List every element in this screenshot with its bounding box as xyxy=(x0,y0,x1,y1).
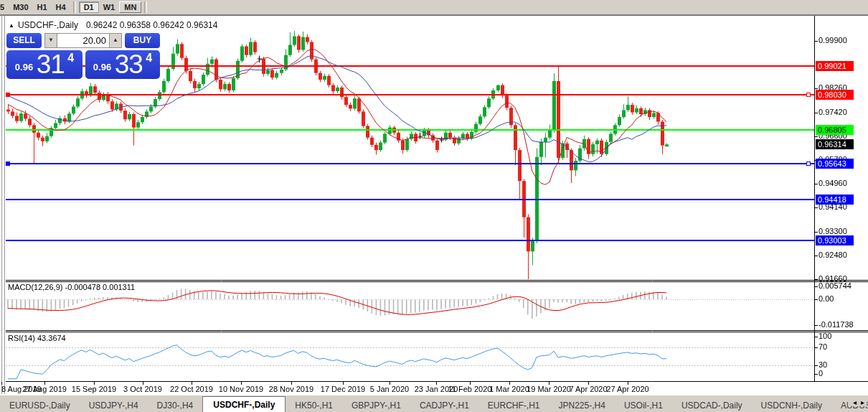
price-axis-tick-label: 0.99900 xyxy=(819,36,847,45)
chart-tab-usdjpy-h4[interactable]: USDJPY-,H4 xyxy=(80,398,148,412)
chart-tab-eurusd-daily[interactable]: EURUSD-,Daily xyxy=(0,398,80,412)
rsi-value: 43.3674 xyxy=(37,334,66,342)
price-axis-tick-label: 0.92480 xyxy=(819,251,847,259)
chart-tab-gbpjpy-h1[interactable]: GBPJPY-,H1 xyxy=(342,398,410,412)
buy-button[interactable]: BUY xyxy=(125,33,160,48)
hline-price-label: 0.95643 xyxy=(816,159,854,169)
volume-increase-button[interactable]: ▲ xyxy=(109,33,122,48)
buy-pips: 33 xyxy=(115,50,143,79)
macd-indicator-label: MACD(12,26,9) -0.000478 0.001311 xyxy=(8,283,135,291)
hline-price-label: 0.93003 xyxy=(816,235,854,245)
rsi-axis-label: 70 xyxy=(819,342,827,351)
macd-axis-label: -0.011738 xyxy=(819,320,854,329)
buy-big-figure: 0.96 xyxy=(93,62,111,72)
price-axis-tick-label: 0.94960 xyxy=(819,179,847,187)
volume-decrease-button[interactable]: ▼ xyxy=(44,33,57,48)
date-axis-label: 27 Apr 2020 xyxy=(606,385,648,393)
chart-tab-usdcnh-daily[interactable]: USDCNH-,Daily xyxy=(752,398,831,412)
chart-tab-hk50-h1[interactable]: HK50-,H1 xyxy=(286,398,342,412)
macd-axis-label: 0.005744 xyxy=(819,281,852,290)
chart-tab-usdchf-daily[interactable]: USDCHF-,Daily xyxy=(202,396,286,412)
buy-price-box[interactable]: 0.96 33 4 xyxy=(85,50,160,79)
sell-button[interactable]: SELL xyxy=(6,33,42,48)
date-axis-label: 11 Feb 2020 xyxy=(448,385,492,393)
date-axis-label: 27 Aug 2019 xyxy=(22,385,67,393)
current-price-label: 0.96314 xyxy=(816,139,854,149)
chart-title: ▲USDCHF-,Daily0.96242 0.96358 0.96242 0.… xyxy=(9,20,217,30)
sell-big-figure: 0.96 xyxy=(15,62,33,72)
tab-scroll-arrows: ◂▸ xyxy=(848,398,867,406)
chart-tab-usdcad-daily[interactable]: USDCAD-,Daily xyxy=(672,398,752,412)
one-click-trading-panel: SELL ▼ 20.00 ▲ BUY 0.96 31 4 0.96 33 4 xyxy=(6,33,160,79)
price-axis-tick-label: 0.93300 xyxy=(819,227,847,235)
date-axis-label: 7 Apr 2020 xyxy=(569,385,607,393)
date-axis-label: 5 Jan 2020 xyxy=(370,385,409,393)
rsi-axis-label: 100 xyxy=(819,332,831,340)
chart-tab-bar: EURUSD-,DailyUSDJPY-,H4DJ30-,H4USDCHF-,D… xyxy=(0,395,868,412)
date-axis-label: 1 Mar 2020 xyxy=(489,385,529,393)
rsi-indicator-label: RSI(14) 43.3674 xyxy=(8,334,66,342)
chart-tab-jpn225-h4[interactable]: JPN225-,H4 xyxy=(549,398,615,412)
date-axis-label: 17 Dec 2019 xyxy=(321,385,365,393)
date-axis-label: 3 Oct 2019 xyxy=(123,385,162,393)
volume-field[interactable]: 20.00 xyxy=(57,33,109,48)
buy-pipette: 4 xyxy=(146,52,152,64)
price-axis-tick-label: 0.97420 xyxy=(819,108,847,116)
sell-pipette: 4 xyxy=(67,52,74,64)
macd-values: -0.000478 0.001311 xyxy=(65,283,135,291)
hline-price-label: 0.98030 xyxy=(816,90,854,100)
chart-tab-cadjpy-h1[interactable]: CADJPY-,H1 xyxy=(410,398,478,412)
date-axis-label: 10 Nov 2019 xyxy=(219,385,263,393)
date-axis-label: 28 Nov 2019 xyxy=(269,385,313,393)
tab-scroll-left-icon[interactable]: ◂ xyxy=(853,398,857,406)
hline-price-label: 0.94418 xyxy=(816,195,854,205)
chart-ohlc-values: 0.96242 0.96358 0.96242 0.96314 xyxy=(86,20,218,30)
sell-pips: 31 xyxy=(37,50,65,79)
collapse-arrow-icon[interactable]: ▲ xyxy=(9,22,14,29)
mt4-window: 5M30H1H4D1W1MN ▲USDCHF-,Daily0.96242 0.9… xyxy=(0,0,868,412)
macd-axis-label: 0.00 xyxy=(819,294,834,303)
tab-scroll-right-icon[interactable]: ▸ xyxy=(861,398,864,406)
date-axis-label: 19 Mar 2020 xyxy=(527,385,571,393)
chart-tab-eurchf-h1[interactable]: EURCHF-,H1 xyxy=(478,398,549,412)
sell-price-box[interactable]: 0.96 31 4 xyxy=(6,50,82,79)
hline-price-label: 0.96805 xyxy=(816,125,854,135)
chart-tab-dj30-h4[interactable]: DJ30-,H4 xyxy=(148,398,203,412)
date-axis-label: 15 Sep 2019 xyxy=(72,385,116,393)
hline-price-label: 0.99021 xyxy=(816,61,854,71)
rsi-axis-label: 30 xyxy=(819,360,827,369)
chart-symbol-period: USDCHF-,Daily xyxy=(18,20,78,30)
date-axis-label: 22 Oct 2019 xyxy=(170,385,213,393)
rsi-axis-label: 0 xyxy=(819,369,823,378)
chart-tab-usoil-h1[interactable]: USOil-,H1 xyxy=(615,398,672,412)
